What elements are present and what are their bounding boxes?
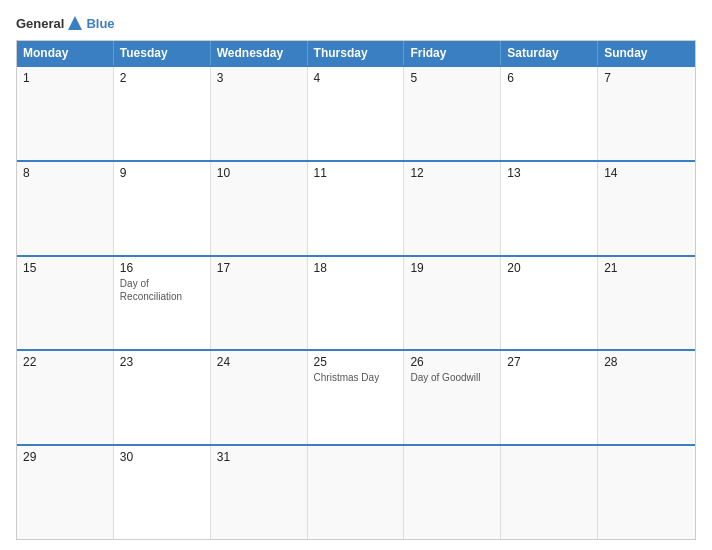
cal-cell: 9 — [114, 162, 211, 255]
holiday-name: Day of Goodwill — [410, 372, 480, 383]
day-number: 18 — [314, 261, 398, 275]
day-number: 3 — [217, 71, 301, 85]
header: GeneralBlue — [16, 14, 696, 32]
weekday-header-saturday: Saturday — [501, 41, 598, 65]
cal-cell: 11 — [308, 162, 405, 255]
day-number: 1 — [23, 71, 107, 85]
svg-marker-0 — [68, 16, 82, 30]
cal-cell: 16Day of Reconciliation — [114, 257, 211, 350]
cal-cell: 14 — [598, 162, 695, 255]
cal-cell: 10 — [211, 162, 308, 255]
logo-icon — [66, 14, 84, 32]
cal-cell: 21 — [598, 257, 695, 350]
day-number: 19 — [410, 261, 494, 275]
week-row-3: 1516Day of Reconciliation1718192021 — [17, 255, 695, 350]
cal-cell: 31 — [211, 446, 308, 539]
weekday-header-monday: Monday — [17, 41, 114, 65]
day-number: 21 — [604, 261, 689, 275]
cal-cell: 5 — [404, 67, 501, 160]
cal-cell: 6 — [501, 67, 598, 160]
cal-cell: 19 — [404, 257, 501, 350]
day-number: 24 — [217, 355, 301, 369]
day-number: 5 — [410, 71, 494, 85]
day-number: 31 — [217, 450, 301, 464]
cal-cell: 26Day of Goodwill — [404, 351, 501, 444]
day-number: 23 — [120, 355, 204, 369]
cal-cell: 13 — [501, 162, 598, 255]
cal-cell: 7 — [598, 67, 695, 160]
week-row-2: 891011121314 — [17, 160, 695, 255]
cal-cell: 3 — [211, 67, 308, 160]
week-row-1: 1234567 — [17, 65, 695, 160]
day-number: 20 — [507, 261, 591, 275]
day-number: 30 — [120, 450, 204, 464]
cal-cell: 2 — [114, 67, 211, 160]
weekday-header-thursday: Thursday — [308, 41, 405, 65]
cal-cell: 8 — [17, 162, 114, 255]
week-row-5: 293031 — [17, 444, 695, 539]
cal-cell: 23 — [114, 351, 211, 444]
holiday-name: Day of Reconciliation — [120, 278, 182, 302]
cal-cell: 24 — [211, 351, 308, 444]
cal-cell: 27 — [501, 351, 598, 444]
day-number: 27 — [507, 355, 591, 369]
cal-cell — [598, 446, 695, 539]
day-number: 14 — [604, 166, 689, 180]
cal-cell — [501, 446, 598, 539]
weekday-header-tuesday: Tuesday — [114, 41, 211, 65]
week-row-4: 22232425Christmas Day26Day of Goodwill27… — [17, 349, 695, 444]
day-number: 29 — [23, 450, 107, 464]
cal-cell — [404, 446, 501, 539]
day-number: 15 — [23, 261, 107, 275]
weekday-header-row: MondayTuesdayWednesdayThursdayFridaySatu… — [17, 41, 695, 65]
calendar: MondayTuesdayWednesdayThursdayFridaySatu… — [16, 40, 696, 540]
day-number: 25 — [314, 355, 398, 369]
cal-cell: 4 — [308, 67, 405, 160]
cal-cell: 29 — [17, 446, 114, 539]
day-number: 2 — [120, 71, 204, 85]
weekday-header-sunday: Sunday — [598, 41, 695, 65]
day-number: 26 — [410, 355, 494, 369]
cal-cell: 18 — [308, 257, 405, 350]
cal-cell: 30 — [114, 446, 211, 539]
holiday-name: Christmas Day — [314, 372, 380, 383]
cal-cell: 1 — [17, 67, 114, 160]
day-number: 13 — [507, 166, 591, 180]
day-number: 12 — [410, 166, 494, 180]
cal-cell: 22 — [17, 351, 114, 444]
weekday-header-friday: Friday — [404, 41, 501, 65]
day-number: 10 — [217, 166, 301, 180]
page: GeneralBlue MondayTuesdayWednesdayThursd… — [0, 0, 712, 550]
cal-cell: 15 — [17, 257, 114, 350]
logo-blue-text: Blue — [86, 16, 114, 31]
day-number: 7 — [604, 71, 689, 85]
cal-cell: 25Christmas Day — [308, 351, 405, 444]
day-number: 9 — [120, 166, 204, 180]
day-number: 11 — [314, 166, 398, 180]
day-number: 8 — [23, 166, 107, 180]
day-number: 22 — [23, 355, 107, 369]
day-number: 28 — [604, 355, 689, 369]
day-number: 17 — [217, 261, 301, 275]
calendar-body: 12345678910111213141516Day of Reconcilia… — [17, 65, 695, 539]
cal-cell: 12 — [404, 162, 501, 255]
day-number: 4 — [314, 71, 398, 85]
logo-general-text: General — [16, 16, 64, 31]
cal-cell: 17 — [211, 257, 308, 350]
logo: GeneralBlue — [16, 14, 115, 32]
cal-cell — [308, 446, 405, 539]
cal-cell: 28 — [598, 351, 695, 444]
day-number: 6 — [507, 71, 591, 85]
weekday-header-wednesday: Wednesday — [211, 41, 308, 65]
day-number: 16 — [120, 261, 204, 275]
cal-cell: 20 — [501, 257, 598, 350]
